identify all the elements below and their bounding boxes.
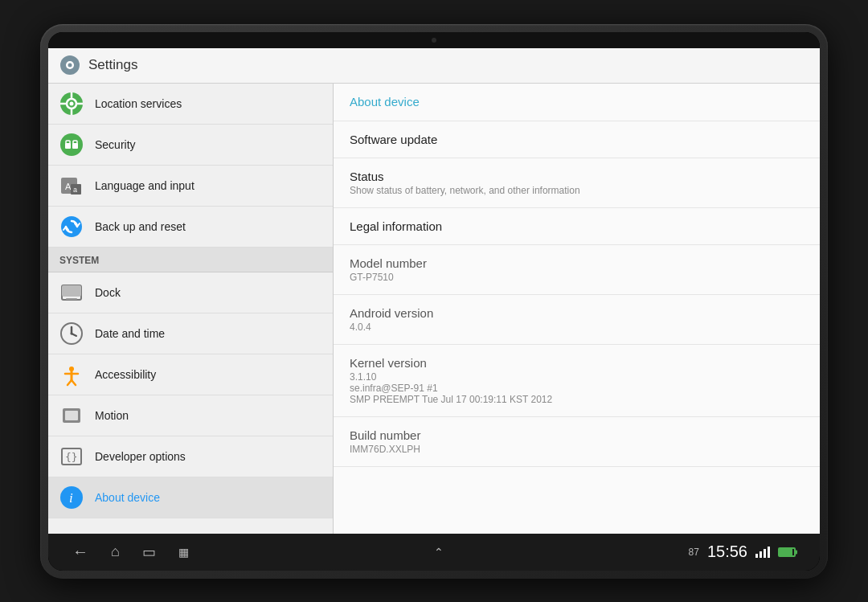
developer-icon: {} bbox=[59, 444, 84, 469]
sidebar-item-about[interactable]: i About device bbox=[48, 477, 333, 518]
detail-title-status: Status bbox=[350, 170, 804, 183]
clock-display: 15:56 bbox=[707, 543, 747, 561]
sidebar-item-developer[interactable]: {} Developer options bbox=[48, 436, 333, 477]
sidebar-item-accessibility[interactable]: Accessibility bbox=[48, 354, 333, 395]
detail-sub-build: IMM76D.XXLPH bbox=[350, 444, 804, 455]
battery-percentage: 87 bbox=[689, 547, 699, 558]
detail-row-model: Model number GT-P7510 bbox=[334, 245, 820, 295]
section-system-header: System bbox=[48, 248, 333, 272]
detail-title-build: Build number bbox=[350, 428, 804, 442]
settings-header: Settings bbox=[48, 48, 820, 84]
sidebar-label-backup: Back up and reset bbox=[95, 220, 186, 233]
sidebar-label-motion: Motion bbox=[95, 409, 129, 422]
battery-fill bbox=[780, 549, 792, 555]
location-icon bbox=[59, 92, 84, 116]
svg-line-31 bbox=[72, 380, 76, 385]
battery-icon bbox=[778, 547, 796, 557]
detail-row-about-title: About device bbox=[334, 84, 820, 121]
sidebar-item-language[interactable]: A a Language and input bbox=[48, 166, 333, 207]
detail-row-android: Android version 4.0.4 bbox=[334, 295, 820, 345]
home-button[interactable]: ⌂ bbox=[111, 543, 120, 560]
detail-row-kernel: Kernel version 3.1.10 se.infra@SEP-91 #1… bbox=[334, 345, 820, 417]
bottom-nav: ← ⌂ ▭ ▦ ⌃ 87 15:56 bbox=[48, 534, 820, 571]
detail-row-software-update[interactable]: Software update bbox=[334, 121, 820, 158]
wifi-icon bbox=[755, 547, 770, 558]
sidebar-item-dock[interactable]: Dock bbox=[48, 272, 333, 313]
svg-text:A: A bbox=[65, 182, 72, 191]
bottom-nav-right: 87 15:56 bbox=[689, 543, 796, 561]
screen-content: Settings bbox=[48, 48, 820, 534]
detail-title-android: Android version bbox=[350, 306, 804, 320]
recent-apps-button[interactable]: ▭ bbox=[142, 543, 156, 561]
detail-row-build: Build number IMM76D.XXLPH bbox=[334, 417, 820, 467]
svg-rect-14 bbox=[72, 143, 78, 149]
back-button[interactable]: ← bbox=[72, 543, 88, 561]
bottom-nav-left: ← ⌂ ▭ ▦ bbox=[72, 543, 189, 561]
language-icon: A a bbox=[59, 174, 84, 198]
sidebar-item-backup[interactable]: Back up and reset bbox=[48, 207, 333, 248]
camera-dot bbox=[432, 38, 436, 43]
about-icon: i bbox=[59, 485, 84, 510]
main-content: Location services bbox=[48, 84, 820, 534]
svg-rect-33 bbox=[65, 411, 78, 420]
detail-title-software-update: Software update bbox=[350, 133, 804, 146]
svg-point-19 bbox=[61, 216, 82, 237]
accessibility-icon bbox=[59, 362, 84, 387]
detail-panel: About device Software update Status Show… bbox=[334, 84, 820, 534]
detail-row-legal[interactable]: Legal information bbox=[334, 208, 820, 245]
svg-point-9 bbox=[70, 101, 74, 105]
sidebar-label-dock: Dock bbox=[95, 286, 121, 299]
sidebar-item-motion[interactable]: Motion bbox=[48, 395, 333, 436]
datetime-icon bbox=[59, 321, 84, 346]
svg-text:a: a bbox=[73, 186, 77, 194]
tablet-outer: Settings bbox=[40, 24, 828, 579]
section-system-label: System bbox=[59, 255, 99, 266]
tablet-screen: Settings bbox=[48, 32, 820, 571]
detail-title-kernel: Kernel version bbox=[350, 356, 804, 370]
detail-title-model: Model number bbox=[350, 256, 804, 270]
sidebar-label-datetime: Date and time bbox=[95, 327, 165, 340]
detail-title-legal: Legal information bbox=[350, 219, 804, 233]
backup-icon bbox=[59, 215, 84, 239]
svg-text:i: i bbox=[69, 490, 73, 506]
sidebar-label-security: Security bbox=[95, 138, 136, 151]
security-icon bbox=[59, 133, 84, 157]
svg-point-2 bbox=[68, 63, 72, 68]
sidebar-item-location[interactable]: Location services bbox=[48, 84, 333, 125]
svg-point-26 bbox=[71, 332, 73, 334]
up-arrow-icon[interactable]: ⌃ bbox=[434, 546, 444, 559]
sidebar-item-security[interactable]: Security bbox=[48, 125, 333, 166]
sidebar: Location services bbox=[48, 84, 334, 534]
svg-point-10 bbox=[60, 133, 83, 156]
svg-text:{}: {} bbox=[65, 451, 78, 463]
detail-title-about: About device bbox=[350, 95, 420, 109]
sidebar-label-accessibility: Accessibility bbox=[95, 368, 156, 381]
svg-rect-12 bbox=[65, 143, 71, 149]
detail-sub-android: 4.0.4 bbox=[350, 321, 804, 333]
detail-sub-model: GT-P7510 bbox=[350, 272, 804, 283]
sidebar-label-about: About device bbox=[95, 491, 160, 504]
sidebar-label-developer: Developer options bbox=[95, 450, 186, 463]
settings-title: Settings bbox=[88, 57, 137, 73]
detail-sub-status: Show status of battery, network, and oth… bbox=[350, 185, 804, 196]
screenshot-button[interactable]: ▦ bbox=[178, 546, 189, 559]
svg-rect-22 bbox=[66, 298, 77, 300]
tablet-top-bar bbox=[48, 32, 820, 48]
detail-sub-kernel: 3.1.10 se.infra@SEP-91 #1 SMP PREEMPT Tu… bbox=[350, 371, 804, 405]
motion-icon bbox=[59, 403, 84, 428]
sidebar-label-language: Language and input bbox=[95, 179, 194, 192]
bottom-nav-center: ⌃ bbox=[434, 546, 444, 559]
sidebar-item-datetime[interactable]: Date and time bbox=[48, 313, 333, 354]
settings-header-icon bbox=[59, 55, 80, 76]
detail-row-status[interactable]: Status Show status of battery, network, … bbox=[334, 158, 820, 208]
svg-rect-21 bbox=[62, 285, 81, 297]
sidebar-label-location: Location services bbox=[95, 97, 182, 110]
dock-icon bbox=[59, 281, 84, 305]
